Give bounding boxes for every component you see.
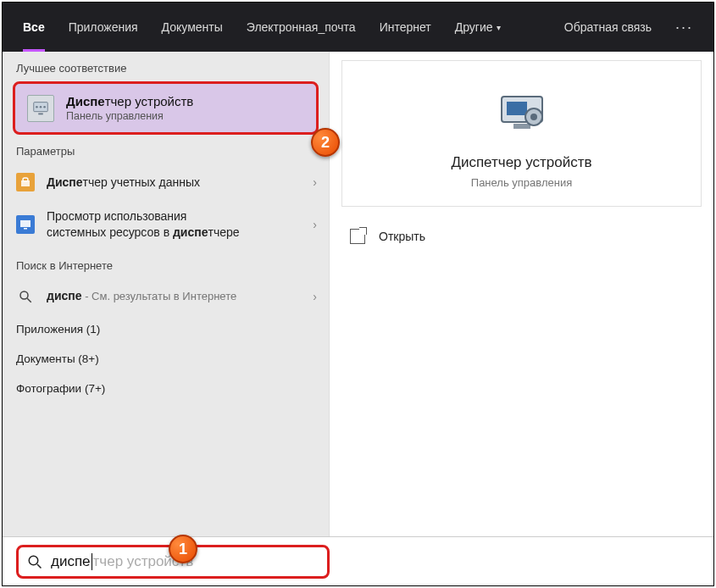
web-search-item[interactable]: диспе - См. результаты в Интернете ›	[3, 279, 329, 314]
chevron-down-icon: ▾	[497, 23, 501, 32]
open-icon	[350, 229, 365, 244]
svg-rect-7	[20, 220, 31, 227]
settings-item-label: Просмотр использования системных ресурсо…	[47, 208, 240, 241]
section-settings: Параметры	[3, 135, 329, 164]
more-options-icon[interactable]: ···	[663, 19, 705, 36]
detail-panel: Диспетчер устройств Панель управления От…	[329, 52, 713, 536]
svg-rect-1	[38, 113, 43, 114]
best-match-title: Диспетчер устройств	[66, 94, 193, 108]
section-web: Поиск в Интернете	[3, 249, 329, 279]
search-typed-text: диспе	[51, 553, 91, 570]
svg-rect-8	[24, 228, 27, 230]
monitor-icon	[16, 215, 35, 234]
svg-line-10	[27, 298, 31, 302]
svg-rect-6	[23, 178, 28, 181]
tab-more[interactable]: Другие▾	[443, 3, 513, 52]
svg-rect-13	[513, 124, 530, 129]
settings-item-credentials[interactable]: Диспетчер учетных данных ›	[3, 164, 329, 200]
annotation-badge-1: 1	[169, 535, 197, 563]
web-search-label: диспе - См. результаты в Интернете	[47, 288, 236, 304]
best-match-subtitle: Панель управления	[66, 110, 193, 122]
category-apps[interactable]: Приложения (1)	[3, 314, 329, 344]
svg-point-3	[40, 105, 42, 108]
svg-point-4	[43, 105, 46, 108]
section-best-match: Лучшее соответствие	[3, 52, 329, 81]
device-manager-large-icon	[491, 81, 552, 142]
credential-manager-icon	[16, 173, 35, 191]
category-photos[interactable]: Фотографии (7+)	[3, 374, 329, 403]
svg-point-16	[29, 556, 38, 565]
svg-rect-12	[507, 102, 527, 115]
tab-documents[interactable]: Документы	[150, 3, 235, 52]
text-caret	[92, 553, 92, 570]
detail-subtitle: Панель управления	[342, 176, 701, 189]
settings-item-label: Диспетчер учетных данных	[47, 175, 200, 191]
detail-card: Диспетчер устройств Панель управления	[341, 60, 702, 207]
chevron-right-icon: ›	[313, 218, 317, 231]
detail-title: Диспетчер устройств	[342, 154, 701, 171]
open-label: Открыть	[379, 230, 425, 243]
tab-email[interactable]: Электронная_почта	[235, 3, 368, 52]
best-match-item[interactable]: Диспетчер устройств Панель управления	[13, 81, 319, 135]
svg-line-17	[37, 564, 42, 569]
search-icon	[16, 287, 35, 306]
category-documents[interactable]: Документы (8+)	[3, 344, 329, 374]
annotation-badge-2: 2	[311, 128, 340, 157]
tab-all[interactable]: Все	[11, 3, 57, 52]
svg-point-9	[20, 291, 28, 299]
tab-apps[interactable]: Приложения	[57, 3, 150, 52]
device-manager-icon	[27, 95, 54, 122]
search-bar: диспетчер устройств	[3, 536, 713, 585]
tab-internet[interactable]: Интернет	[368, 3, 443, 52]
chevron-right-icon: ›	[313, 290, 317, 303]
search-icon	[27, 554, 42, 569]
top-navigation: Все Приложения Документы Электронная_поч…	[3, 3, 713, 52]
svg-point-2	[36, 105, 38, 108]
settings-item-resources[interactable]: Просмотр использования системных ресурсо…	[3, 200, 329, 249]
feedback-link[interactable]: Обратная связь	[552, 20, 663, 34]
results-panel: Лучшее соответствие Диспетчер устройств …	[3, 52, 329, 536]
chevron-right-icon: ›	[313, 175, 317, 189]
svg-point-15	[530, 114, 537, 120]
open-action[interactable]: Открыть	[341, 217, 702, 256]
